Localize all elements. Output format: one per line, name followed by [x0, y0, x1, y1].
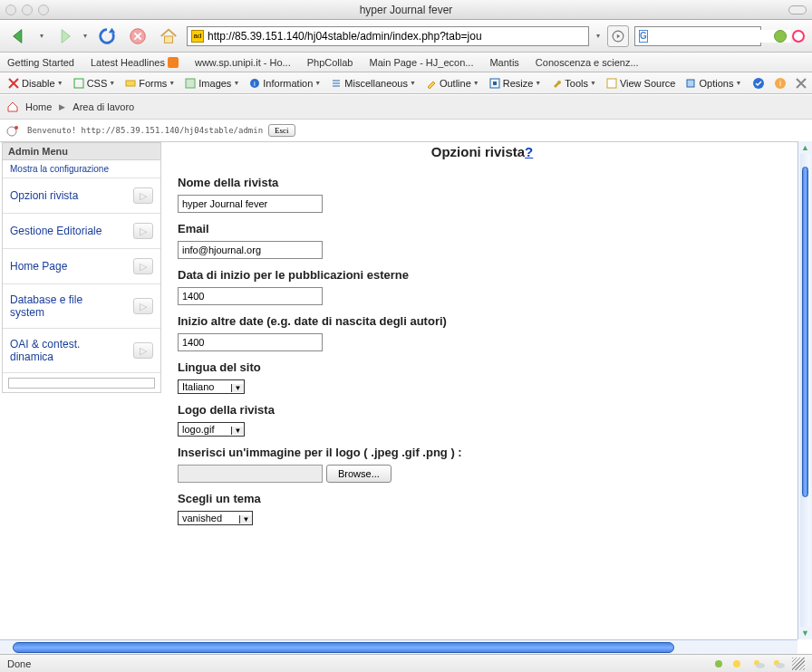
chevron-down-icon: ▼	[231, 427, 244, 435]
site-favicon: ad	[191, 30, 204, 43]
dev-css[interactable]: CSS▼	[69, 77, 120, 90]
bookmark-phpcollab[interactable]: PhpCollab	[307, 57, 353, 68]
dev-validate-icon[interactable]	[749, 77, 768, 90]
label-journal-name: Nome della rivista	[178, 176, 787, 189]
dev-misc[interactable]: Miscellaneous▼	[326, 77, 420, 90]
horizontal-scrollbar[interactable]	[0, 639, 798, 654]
sidebar-search-input[interactable]	[8, 378, 155, 389]
scroll-down-arrow[interactable]: ▼	[798, 627, 812, 639]
reload-button[interactable]	[94, 24, 120, 49]
bookmark-unipi[interactable]: www.sp.unipi.it - Ho...	[195, 57, 291, 68]
chevron-right-icon: ▷	[133, 342, 153, 359]
logo-select-wrap[interactable]: logo.gif▼	[178, 422, 245, 437]
dev-resize[interactable]: Resize▼	[485, 77, 546, 90]
label-start-date: Data di inizio per le pubblicazioni este…	[178, 268, 787, 282]
dev-view-source[interactable]: View Source	[602, 77, 680, 90]
weather-partly-icon[interactable]	[730, 656, 747, 672]
svg-rect-8	[126, 81, 135, 86]
back-history-dropdown[interactable]: ▾	[38, 24, 45, 49]
language-select-wrap[interactable]: Italiano▼	[178, 379, 245, 394]
list-icon	[330, 77, 343, 90]
bookmark-conoscenza[interactable]: Conoscenza e scienz...	[536, 57, 639, 68]
dev-help-icon[interactable]: i	[770, 77, 790, 90]
start-date-input[interactable]	[178, 287, 323, 305]
forward-button[interactable]	[51, 24, 76, 49]
page-title: Opzioni rivista?	[178, 142, 787, 167]
sidebar-item-oai-contest[interactable]: OAI & contest. dinamica▷	[3, 328, 160, 372]
go-button[interactable]	[607, 25, 629, 47]
dev-images[interactable]: Images▼	[180, 77, 243, 90]
sidebar-item-label: Opzioni rivista	[10, 189, 78, 202]
language-select[interactable]: Italiano	[179, 380, 231, 393]
scroll-up-arrow[interactable]: ▲	[798, 141, 812, 154]
sidebar-show-config[interactable]: Mostra la configurazione	[3, 160, 160, 178]
vertical-scrollbar[interactable]: ▲ ▼	[798, 141, 812, 639]
dev-label: Forms	[139, 78, 167, 89]
theme-select[interactable]: vanished	[179, 512, 239, 524]
adblock-status-icon[interactable]	[774, 30, 787, 43]
chevron-down-icon: ▼	[239, 515, 252, 523]
bookmarks-bar: Getting Started Latest Headlines www.sp.…	[0, 53, 812, 72]
url-bar[interactable]: ad	[187, 26, 589, 46]
hscroll-thumb[interactable]	[13, 642, 674, 653]
weather-sunny-icon[interactable]	[710, 656, 727, 672]
theme-select-wrap[interactable]: vanished▼	[178, 511, 253, 525]
dev-disable[interactable]: Disable▼	[4, 77, 67, 90]
chevron-down-icon: ▼	[231, 384, 244, 392]
label-email: Email	[178, 222, 787, 235]
sidebar-item-label: Home Page	[10, 260, 67, 273]
svg-rect-14	[607, 79, 616, 88]
resize-grip[interactable]	[792, 658, 805, 670]
logo-select[interactable]: logo.gif	[179, 423, 231, 436]
browse-button[interactable]: Browse...	[326, 465, 392, 483]
sidebar-item-gestione-editoriale[interactable]: Gestione Editoriale▷	[3, 213, 160, 248]
dev-forms[interactable]: Forms▼	[121, 77, 179, 90]
forward-history-dropdown[interactable]: ▾	[82, 24, 89, 49]
dev-tools[interactable]: Tools▼	[546, 77, 600, 90]
logout-button[interactable]: Esci	[268, 124, 295, 137]
url-dropdown[interactable]: ▾	[594, 24, 602, 49]
home-button[interactable]	[156, 24, 181, 49]
window-title: hyper Journal fever	[0, 4, 812, 16]
bookmark-getting-started[interactable]: Getting Started	[7, 57, 74, 68]
chevron-right-icon: ▷	[133, 298, 153, 314]
help-link[interactable]: ?	[525, 144, 533, 159]
url-input[interactable]	[204, 30, 585, 43]
scroll-thumb[interactable]	[802, 167, 808, 497]
status-bar: Done	[0, 654, 812, 672]
weather-cloud-icon[interactable]	[770, 656, 787, 672]
breadcrumb-area[interactable]: Area di lavoro	[72, 101, 134, 112]
dev-label: Miscellaneous	[344, 78, 408, 89]
search-box[interactable]: G	[634, 26, 761, 46]
weather-cloudy-icon[interactable]	[750, 656, 767, 672]
bookmark-latest-headlines[interactable]: Latest Headlines	[91, 57, 179, 68]
dev-information[interactable]: iInformation▼	[245, 77, 324, 90]
dev-close-icon[interactable]	[792, 78, 810, 89]
sidebar-item-home-page[interactable]: Home Page▷	[3, 248, 160, 283]
file-path-display	[178, 465, 323, 483]
chevron-right-icon: ▷	[133, 258, 153, 274]
sidebar-item-opzioni-rivista[interactable]: Opzioni rivista▷	[3, 178, 160, 213]
back-button[interactable]	[7, 24, 33, 49]
dev-outline[interactable]: Outline▼	[421, 77, 483, 90]
scroll-track[interactable]	[800, 154, 810, 627]
email-input[interactable]	[178, 241, 323, 259]
dev-label: Options	[699, 78, 733, 89]
bookmark-hj-econ[interactable]: Main Page - HJ_econ...	[369, 57, 473, 68]
extension-icon[interactable]	[792, 30, 805, 43]
search-input[interactable]	[648, 30, 791, 43]
svg-rect-9	[186, 79, 195, 88]
journal-name-input[interactable]	[178, 195, 323, 213]
toolbar-toggle-button[interactable]	[788, 5, 807, 14]
breadcrumb-home[interactable]: Home	[25, 101, 52, 112]
stop-button[interactable]	[125, 24, 150, 49]
dev-options[interactable]: Options▼	[681, 77, 745, 90]
sidebar-item-database-filesystem[interactable]: Database e file system▷	[3, 283, 160, 328]
content-area: Admin Menu Mostra la configurazione Opzi…	[0, 141, 798, 639]
info-icon: i	[248, 77, 261, 90]
svg-point-20	[14, 126, 18, 130]
bookmark-mantis[interactable]: Mantis	[489, 57, 518, 68]
dev-label: CSS	[87, 78, 108, 89]
other-dates-input[interactable]	[178, 333, 323, 351]
options-icon	[684, 77, 697, 90]
